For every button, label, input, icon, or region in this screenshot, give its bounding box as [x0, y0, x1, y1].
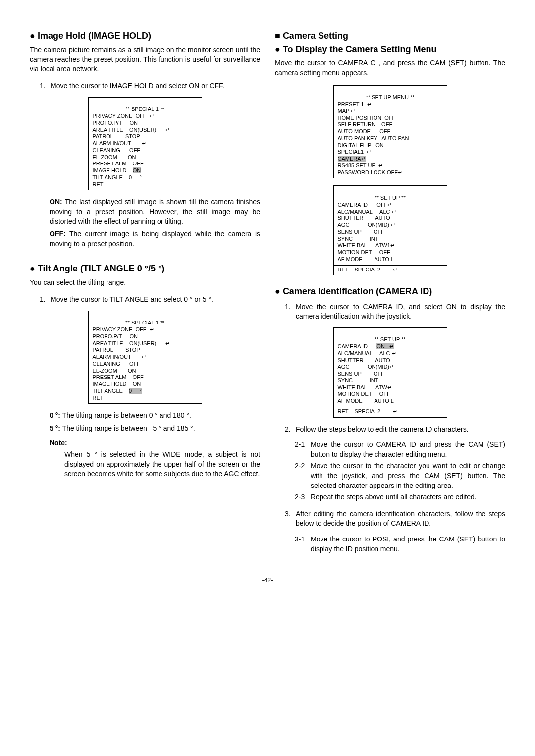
menu-line: WHITE BAL ATW↵ [338, 384, 392, 390]
setup-submenu-cameraid: ** SET UP **CAMERA ID ON ↵ ALC/MANUAL AL… [333, 327, 447, 418]
menu-separator [334, 265, 447, 266]
substep-number: 2-2 [295, 461, 311, 490]
menu-line: IMAGE HOLD [93, 167, 133, 173]
menu-line: CLEANING OFF [93, 147, 141, 153]
menu-line: SYNC INT [338, 378, 378, 383]
note-heading: Note: [50, 438, 260, 448]
step-number: 2. [285, 425, 296, 434]
camera-setting-intro: Move the cursor to CAMERA O , and press … [275, 58, 505, 78]
menu-line: RS485 SET UP ↵ [338, 162, 383, 168]
menu-line: DIGITAL FLIP ON [338, 142, 384, 148]
step-text: Follow the steps below to edit the camer… [296, 425, 505, 434]
menu-line: AGC ON(MID) ↵ [338, 222, 396, 228]
menu-line: ALARM IN/OUT ↵ [93, 140, 146, 146]
step-number: 3. [285, 509, 296, 529]
menu-footer: RET SPECIAL2 ↵ [338, 408, 397, 414]
menu-line: SENS UP OFF [338, 229, 385, 235]
zero-label: 0 °: [50, 411, 60, 419]
substep-2-3: 2-3Repeat the steps above until all char… [295, 492, 505, 502]
camera-id-step3: 3. After editing the camera identificati… [285, 509, 505, 529]
menu-line: ALC/MANUAL ALC ↵ [338, 209, 396, 215]
menu-line: AGC ON(MID)↵ [338, 364, 394, 370]
menu-title: ** SET UP MENU ** [338, 94, 443, 101]
menu-line: SELF RETURN OFF [338, 121, 393, 127]
heading-display-camera-menu: To Display the Camera Setting Menu [275, 43, 505, 55]
menu-line: PRESET ALM OFF [93, 161, 144, 166]
off-text: The current image is being displayed whi… [50, 230, 260, 248]
image-hold-intro: The camera picture remains as a still im… [30, 45, 260, 74]
menu-line: PATROL STOP [93, 347, 140, 353]
heading-image-hold: Image Hold (IMAGE HOLD) [30, 30, 260, 42]
step-number: 1. [40, 295, 51, 305]
image-hold-off-explanation: OFF: The current image is being displaye… [50, 229, 260, 249]
menu-line: MOTION DET OFF [338, 391, 390, 397]
page-number: -42- [30, 576, 505, 585]
substep-number: 2-1 [295, 440, 311, 459]
step-number: 1. [285, 302, 296, 322]
menu-title: ** SPECIAL 1 ** [93, 320, 198, 326]
menu-line: CAMERA ID [338, 343, 377, 349]
menu-title: ** SET UP ** [338, 336, 443, 343]
menu-line: PROPO.P/T ON [93, 120, 138, 126]
step-number: 1. [40, 81, 51, 91]
menu-line: ALC/MANUAL ALC ↵ [338, 350, 396, 356]
heading-camera-id: Camera Identification (CAMERA ID) [275, 285, 505, 298]
menu-highlight: CAMERA↵ [338, 156, 366, 162]
menu-line: SHUTTER AUTO [338, 357, 390, 363]
special1-menu-tiltangle: ** SPECIAL 1 **PRIVACY ZONE OFF ↵ PROPO.… [88, 311, 202, 404]
menu-title: ** SPECIAL 1 ** [93, 106, 198, 113]
step-text: After editing the camera identification … [296, 509, 505, 529]
substep-text: Repeat the steps above until all charact… [311, 492, 505, 502]
menu-line: RET [93, 395, 104, 401]
menu-line: TILT ANGLE [93, 388, 129, 394]
menu-line: CLEANING OFF [93, 361, 141, 367]
camera-id-step1: 1. Move the cursor to CAMERA ID, and sel… [285, 302, 505, 322]
on-label: ON: [50, 198, 62, 206]
step-text: Move the cursor to CAMERA ID, and select… [296, 302, 505, 322]
on-text: The last displayed still image is shown … [50, 198, 260, 225]
menu-line: PRIVACY ZONE OFF ↵ [93, 113, 154, 119]
menu-line: AF MODE AUTO L [338, 256, 394, 262]
zero-text: The tilting range is between 0 ° and 180… [60, 411, 191, 419]
menu-line: SENS UP OFF [338, 371, 385, 377]
heading-camera-setting: Camera Setting [275, 30, 505, 42]
menu-highlight: 0 ° [129, 388, 142, 394]
menu-line: EL-ZOOM ON [93, 368, 136, 374]
menu-line: AREA TITLE ON(USER) ↵ [93, 127, 170, 133]
substep-2-2: 2-2Move the cursor to the character you … [295, 461, 505, 490]
menu-line: SPECIAL1 ↵ [338, 149, 372, 155]
step-text: Move the cursor to IMAGE HOLD and select… [51, 81, 260, 91]
substep-text: Move the cursor to the character you wan… [311, 461, 505, 490]
menu-line: PASSWORD LOCK OFF↵ [338, 169, 402, 175]
substep-number: 2-3 [295, 492, 311, 502]
menu-line: AUTO MODE OFF [338, 128, 391, 134]
tilt-angle-intro: You can select the tilting range. [30, 278, 260, 288]
substep-text: Move the cursor to CAMERA ID and press t… [311, 440, 505, 459]
special1-menu-imagehold: ** SPECIAL 1 **PRIVACY ZONE OFF ↵ PROPO.… [88, 97, 202, 191]
menu-line: AUTO PAN KEY AUTO PAN [338, 135, 409, 141]
setup-submenu: ** SET UP **CAMERA ID OFF↵ ALC/MANUAL AL… [333, 185, 447, 275]
menu-line: WHITE BAL ATW1↵ [338, 242, 395, 248]
tilt-angle-step1: 1. Move the cursor to TILT ANGLE and sel… [40, 295, 260, 305]
menu-footer: RET SPECIAL2 ↵ [338, 267, 397, 272]
menu-line: AREA TITLE ON(USER) ↵ [93, 340, 170, 346]
substep-2-1: 2-1Move the cursor to CAMERA ID and pres… [295, 440, 505, 459]
heading-tilt-angle: Tilt Angle (TILT ANGLE 0 °/5 °) [30, 263, 260, 275]
menu-line: CAMERA ID OFF↵ [338, 202, 392, 208]
menu-line: PROPO.P/T ON [93, 333, 138, 339]
substep-text: Move the cursor to POSI, and press the C… [311, 535, 505, 554]
menu-line: SYNC INT [338, 236, 378, 242]
menu-title: ** SET UP ** [338, 195, 443, 202]
image-hold-step1: 1. Move the cursor to IMAGE HOLD and sel… [40, 81, 260, 91]
five-label: 5 °: [50, 424, 60, 432]
menu-line: AF MODE AUTO L [338, 398, 394, 404]
menu-highlight: ON ↵ [376, 343, 394, 349]
menu-highlight: ON [133, 167, 141, 173]
substep-3-1: 3-1Move the cursor to POSI, and press th… [295, 535, 505, 554]
step-text: Move the cursor to TILT ANGLE and select… [51, 295, 260, 305]
substep-number: 3-1 [295, 535, 311, 554]
left-column: Image Hold (IMAGE HOLD) The camera pictu… [30, 30, 260, 556]
menu-line: MOTION DET OFF [338, 249, 390, 255]
menu-line: SHUTTER AUTO [338, 215, 390, 221]
right-column: Camera Setting To Display the Camera Set… [275, 30, 505, 556]
